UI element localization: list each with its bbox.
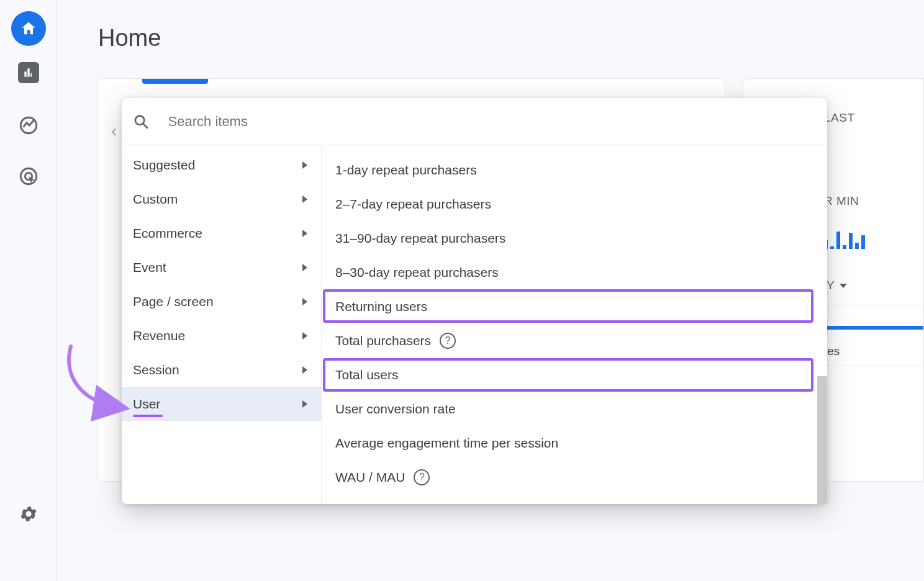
svg-line-7 bbox=[143, 124, 148, 128]
metric-item[interactable]: 31–90-day repeat purchasers bbox=[322, 221, 827, 255]
chevron-right-icon bbox=[302, 298, 307, 305]
gear-icon bbox=[19, 504, 38, 524]
chevron-right-icon bbox=[302, 366, 307, 374]
metric-item-label: Total purchasers bbox=[335, 333, 431, 348]
nav-advertising[interactable] bbox=[11, 159, 46, 194]
metric-picker-popup: SuggestedCustomEcommerceEventPage / scre… bbox=[122, 98, 827, 504]
metric-search-input[interactable] bbox=[168, 114, 816, 130]
svg-rect-2 bbox=[30, 73, 32, 77]
metric-search-row bbox=[122, 98, 827, 145]
metric-category-session[interactable]: Session bbox=[122, 353, 321, 387]
metric-category-label: Revenue bbox=[133, 328, 185, 343]
metric-category-list: SuggestedCustomEcommerceEventPage / scre… bbox=[122, 145, 322, 504]
metric-category-label: Ecommerce bbox=[133, 226, 202, 241]
metric-category-custom[interactable]: Custom bbox=[122, 182, 321, 216]
metric-category-page-screen[interactable]: Page / screen bbox=[122, 284, 321, 318]
metric-category-label: Suggested bbox=[133, 158, 195, 173]
svg-rect-1 bbox=[27, 68, 29, 76]
country-dropdown[interactable]: Y bbox=[827, 279, 847, 292]
chevron-left-icon: ‹ bbox=[111, 121, 117, 140]
metric-item-label: 2–7-day repeat purchasers bbox=[335, 197, 491, 212]
chevron-down-icon bbox=[840, 284, 847, 288]
metric-item-label: 31–90-day repeat purchasers bbox=[335, 231, 505, 246]
bar-chart-icon bbox=[22, 66, 35, 79]
metric-category-label: Session bbox=[133, 363, 179, 377]
left-nav-rail bbox=[0, 0, 57, 581]
metric-item[interactable]: Total purchasers? bbox=[322, 323, 827, 358]
metric-item-label: Average engagement time per session bbox=[335, 436, 558, 451]
home-icon bbox=[20, 20, 37, 37]
metric-category-event[interactable]: Event bbox=[122, 250, 321, 284]
metric-item[interactable]: Returning users bbox=[322, 289, 827, 323]
metric-item-label: WAU / MAU bbox=[335, 470, 405, 485]
metric-category-label: Custom bbox=[133, 192, 178, 207]
target-click-icon bbox=[18, 166, 39, 187]
metric-item[interactable]: User conversion rate bbox=[322, 392, 827, 426]
spark-bar bbox=[843, 245, 846, 249]
metric-category-revenue[interactable]: Revenue bbox=[122, 318, 321, 353]
chevron-right-icon bbox=[302, 230, 307, 237]
spark-bar bbox=[849, 233, 853, 249]
chevron-right-icon bbox=[302, 196, 307, 203]
metric-item[interactable]: Total users bbox=[322, 358, 827, 392]
metric-item-label: User conversion rate bbox=[335, 402, 456, 417]
metric-item-label: 8–30-day repeat purchasers bbox=[335, 265, 499, 280]
chevron-right-icon bbox=[302, 332, 307, 340]
page-title: Home bbox=[98, 25, 161, 52]
scrollbar-thumb[interactable] bbox=[817, 376, 827, 504]
metric-item-label: Returning users bbox=[335, 299, 427, 314]
metric-item[interactable]: 8–30-day repeat purchasers bbox=[322, 255, 827, 289]
help-icon[interactable]: ? bbox=[414, 469, 430, 485]
realtime-sparkline bbox=[824, 230, 865, 249]
spark-bar bbox=[855, 243, 859, 249]
card-active-tab-indicator bbox=[142, 79, 208, 84]
chevron-right-icon bbox=[302, 264, 307, 271]
right-tab-indicator bbox=[824, 326, 923, 330]
nav-explore[interactable] bbox=[11, 108, 46, 143]
metric-item-list: 1-day repeat purchasers2–7-day repeat pu… bbox=[322, 145, 827, 504]
search-icon bbox=[133, 113, 150, 130]
metric-item[interactable]: WAU / MAU? bbox=[322, 460, 827, 494]
nav-reports[interactable] bbox=[18, 62, 39, 83]
spark-bar bbox=[836, 232, 840, 249]
metric-item[interactable]: 1-day repeat purchasers bbox=[322, 153, 827, 187]
metric-category-label: User bbox=[133, 397, 160, 412]
realtime-per-min-label: R MIN bbox=[824, 194, 859, 208]
metric-picker-body: SuggestedCustomEcommerceEventPage / scre… bbox=[122, 145, 827, 504]
metric-item-label: Total users bbox=[335, 367, 399, 382]
spark-bar bbox=[861, 235, 865, 249]
explore-icon bbox=[18, 115, 39, 136]
spark-bar bbox=[830, 246, 834, 249]
metric-item[interactable]: 2–7-day repeat purchasers bbox=[322, 187, 827, 221]
country-dropdown-label: Y bbox=[827, 279, 835, 292]
metric-category-suggested[interactable]: Suggested bbox=[122, 148, 321, 182]
metric-category-ecommerce[interactable]: Ecommerce bbox=[122, 216, 321, 250]
svg-rect-0 bbox=[24, 71, 26, 76]
realtime-last-label: LAST bbox=[824, 111, 855, 125]
chevron-right-icon bbox=[302, 400, 307, 408]
help-icon[interactable]: ? bbox=[440, 333, 456, 349]
metric-category-label: Event bbox=[133, 260, 166, 275]
metric-category-user[interactable]: User bbox=[122, 387, 321, 421]
metric-item[interactable]: Average engagement time per session bbox=[322, 426, 827, 460]
metric-item-label: 1-day repeat purchasers bbox=[335, 163, 477, 178]
nav-home[interactable] bbox=[11, 11, 46, 46]
chevron-right-icon bbox=[302, 161, 307, 169]
nav-settings[interactable] bbox=[11, 497, 46, 531]
metric-category-label: Page / screen bbox=[133, 294, 214, 309]
card-back-chevron[interactable]: ‹ bbox=[111, 121, 117, 141]
